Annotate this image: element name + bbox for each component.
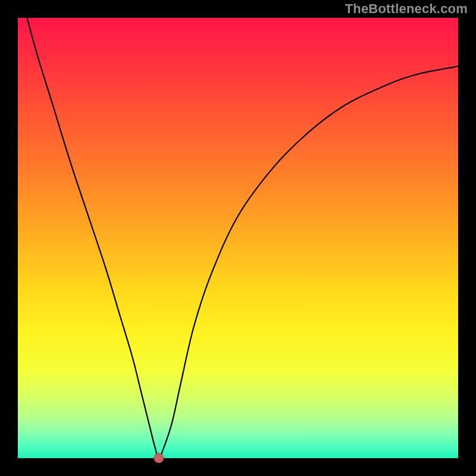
bottleneck-chart bbox=[0, 0, 476, 476]
chart-frame: { "watermark": "TheBottleneck.com", "col… bbox=[0, 0, 476, 476]
plot-background bbox=[18, 18, 458, 458]
optimal-point-marker bbox=[154, 453, 164, 463]
